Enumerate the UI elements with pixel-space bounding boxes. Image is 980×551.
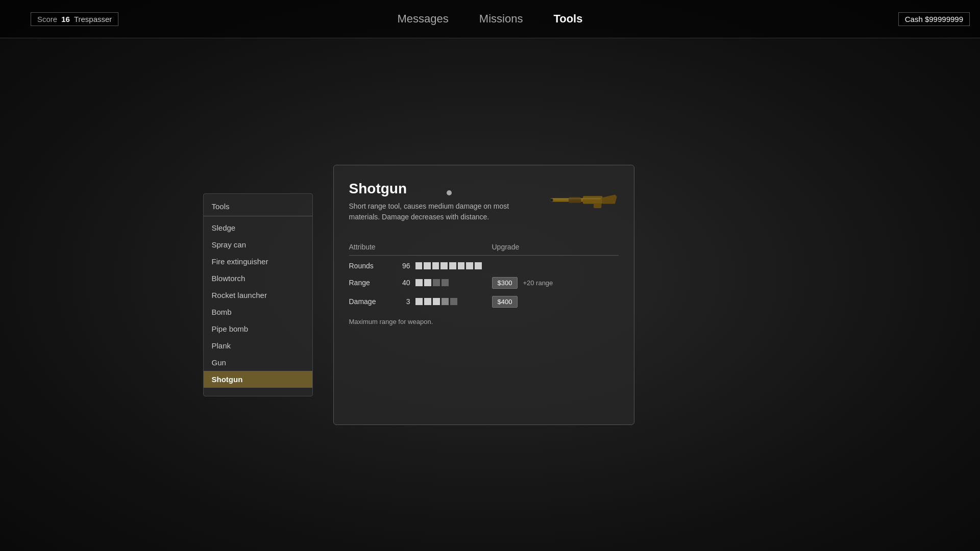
tool-sledge[interactable]: Sledge	[204, 219, 312, 236]
attributes-table: Attribute Upgrade Rounds 96	[349, 243, 619, 308]
attr-val-damage: 3	[395, 297, 410, 306]
nav-missions[interactable]: Missions	[479, 12, 523, 26]
tool-plank[interactable]: Plank	[204, 337, 312, 354]
damage-bar-5	[450, 298, 457, 305]
bar-8	[475, 262, 482, 269]
damage-bar-2	[424, 298, 431, 305]
item-description: Short range tool, causes medium damage o…	[349, 201, 523, 222]
attr-name-damage: Damage	[349, 297, 395, 306]
shotgun-illustration	[547, 190, 619, 212]
attr-name-rounds: Rounds	[349, 262, 395, 270]
nav-tools[interactable]: Tools	[553, 12, 582, 26]
bar-6	[458, 262, 465, 269]
bar-2	[424, 262, 431, 269]
bar-4	[440, 262, 448, 269]
attr-bars-rounds	[410, 262, 482, 269]
range-bar-3	[433, 279, 440, 286]
upgrade-range-desc: +20 range	[523, 279, 553, 287]
bar-1	[415, 262, 423, 269]
bar-7	[466, 262, 473, 269]
nav-messages[interactable]: Messages	[398, 12, 449, 26]
tool-shotgun[interactable]: Shotgun	[204, 371, 312, 388]
attr-bars-damage	[410, 298, 482, 305]
score-label: Score	[37, 15, 57, 23]
score-value: 16	[61, 15, 70, 23]
attr-val-range: 40	[395, 279, 410, 287]
svg-rect-6	[551, 198, 601, 199]
header-attribute: Attribute	[349, 243, 395, 251]
detail-panel: Shotgun Short range tool, causes medium …	[333, 165, 634, 425]
attr-val-rounds: 96	[395, 262, 410, 270]
tool-spray-can[interactable]: Spray can	[204, 236, 312, 253]
damage-bar-3	[433, 298, 440, 305]
tools-panel: Tools Sledge Spray can Fire extinguisher…	[203, 193, 313, 396]
attr-bars-range	[410, 279, 482, 286]
attr-upgrade-damage: $400	[482, 296, 619, 308]
upgrade-damage-button[interactable]: $400	[492, 296, 518, 308]
tool-rocket-launcher[interactable]: Rocket launcher	[204, 287, 312, 304]
tool-pipe-bomb[interactable]: Pipe bomb	[204, 320, 312, 337]
cash-badge: Cash $99999999	[898, 12, 970, 26]
upgrade-range-button[interactable]: $300	[492, 277, 518, 289]
attr-row-rounds: Rounds 96	[349, 262, 619, 270]
attr-row-damage: Damage 3 $400	[349, 296, 619, 308]
max-range-note: Maximum range for weapon.	[349, 318, 619, 325]
bar-3	[432, 262, 439, 269]
range-bar-2	[424, 279, 431, 286]
svg-rect-1	[583, 196, 603, 204]
rank-label: Trespasser	[74, 15, 112, 23]
svg-rect-2	[594, 203, 601, 208]
tool-bomb[interactable]: Bomb	[204, 304, 312, 320]
header-upgrade: Upgrade	[482, 243, 619, 251]
top-bar: Score 16 Trespasser Messages Missions To…	[0, 0, 980, 38]
item-image	[542, 181, 624, 221]
range-bar-1	[415, 279, 423, 286]
svg-rect-3	[569, 197, 581, 203]
attr-upgrade-range: $300 +20 range	[482, 277, 619, 289]
main-content: Tools Sledge Spray can Fire extinguisher…	[0, 38, 980, 551]
tool-gun[interactable]: Gun	[204, 354, 312, 371]
bar-5	[449, 262, 456, 269]
attr-row-range: Range 40 $300 +20 range	[349, 277, 619, 289]
tools-panel-title: Tools	[204, 202, 312, 216]
attr-name-range: Range	[349, 279, 395, 287]
score-badge: Score 16 Trespasser	[31, 12, 118, 26]
damage-bar-4	[442, 298, 449, 305]
tool-fire-extinguisher[interactable]: Fire extinguisher	[204, 253, 312, 270]
nav-links: Messages Missions Tools	[398, 12, 583, 26]
attr-header-row: Attribute Upgrade	[349, 243, 619, 256]
tool-blowtorch[interactable]: Blowtorch	[204, 270, 312, 287]
damage-bar-1	[415, 298, 423, 305]
range-bar-4	[442, 279, 449, 286]
